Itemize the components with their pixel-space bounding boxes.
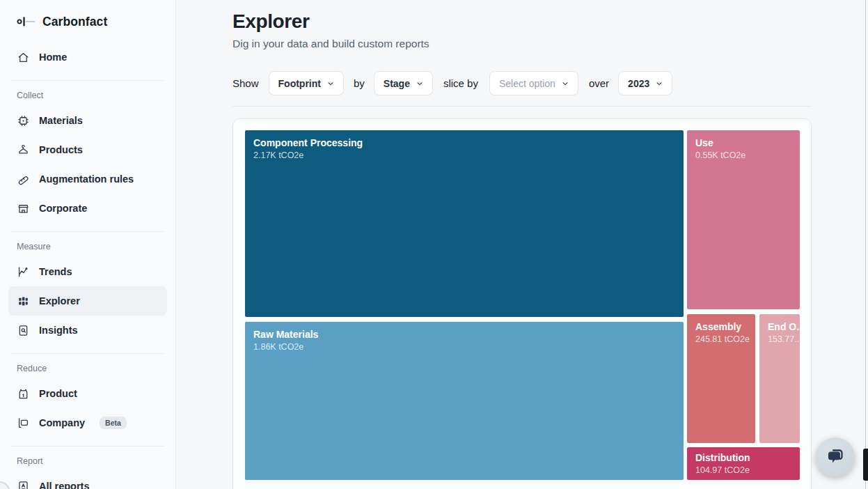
treemap-cell-value: 153.77... xyxy=(768,334,791,346)
materials-icon xyxy=(17,114,30,127)
brand-name: Carbonfact xyxy=(42,15,107,29)
sidebar-item-label: Trends xyxy=(39,266,72,277)
brand-logo[interactable]: Carbonfact xyxy=(0,10,175,33)
sidebar-section-label-report: Report xyxy=(0,455,175,467)
dimension-dropdown[interactable]: Stage xyxy=(374,71,433,95)
chevron-down-icon xyxy=(656,80,663,87)
section-divider xyxy=(232,106,812,107)
treemap-cell-name: Distribution xyxy=(695,451,791,464)
treemap-cell-name: Assembly xyxy=(695,320,747,333)
sidebar-divider xyxy=(11,446,164,447)
treemap-cell-end-o[interactable]: End O...153.77... xyxy=(759,314,800,443)
sidebar-item-label: Company xyxy=(39,417,85,428)
page-subtitle: Dig in your data and build custom report… xyxy=(232,37,868,50)
year-dropdown[interactable]: 2023 xyxy=(618,71,672,95)
sidebar-item-label: Home xyxy=(39,52,67,63)
treemap-cell-use[interactable]: Use0.55K tCO2e xyxy=(687,130,800,309)
edge-widget-tab[interactable] xyxy=(863,449,868,481)
page-title: Explorer xyxy=(232,11,868,32)
sidebar-item-label: All reports xyxy=(39,481,90,489)
year-dropdown-value: 2023 xyxy=(628,78,649,89)
sidebar: Carbonfact Home CollectMaterialsProducts… xyxy=(0,0,176,489)
slice-by-label: slice by xyxy=(443,77,478,89)
treemap-cell-value: 0.55K tCO2e xyxy=(695,150,791,162)
sidebar-item-explorer[interactable]: Explorer xyxy=(8,286,167,316)
sidebar-item-all-reports[interactable]: All reports xyxy=(8,472,167,489)
trends-icon xyxy=(17,265,30,279)
all-reports-icon xyxy=(17,480,30,489)
chevron-down-icon xyxy=(327,80,334,87)
carbonfact-logo-icon xyxy=(17,16,36,27)
insights-icon xyxy=(17,324,30,337)
main-content: Explorer Dig in your data and build cust… xyxy=(176,0,868,489)
metric-dropdown[interactable]: Footprint xyxy=(269,71,344,95)
sidebar-item-insights[interactable]: Insights xyxy=(8,316,167,345)
augmentation-rules-icon xyxy=(17,173,30,186)
show-label: Show xyxy=(232,77,259,89)
sidebar-section-label-collect: Collect xyxy=(0,89,175,102)
metric-dropdown-value: Footprint xyxy=(278,78,321,89)
treemap-cell-assembly[interactable]: Assembly245.81 tCO2e xyxy=(687,314,755,443)
home-icon xyxy=(17,51,30,64)
sidebar-item-products[interactable]: Products xyxy=(8,135,167,164)
filter-bar: Show Footprint by Stage slice by Select … xyxy=(232,71,868,95)
product-icon xyxy=(17,387,30,401)
treemap-cell-name: Raw Materials xyxy=(253,328,675,341)
treemap-cell-name: Use xyxy=(695,137,791,149)
products-icon xyxy=(17,143,30,157)
sidebar-section-label-reduce: Reduce xyxy=(0,362,175,375)
sidebar-item-label: Materials xyxy=(39,115,83,126)
sidebar-item-label: Augmentation rules xyxy=(39,173,134,185)
company-icon xyxy=(17,417,30,430)
sidebar-item-augmentation-rules[interactable]: Augmentation rules xyxy=(8,164,167,194)
treemap-cell-value: 245.81 tCO2e xyxy=(695,334,747,346)
treemap-cell-name: End O... xyxy=(768,320,791,333)
corporate-icon xyxy=(17,202,30,215)
sidebar-item-materials[interactable]: Materials xyxy=(8,106,167,135)
sidebar-item-home[interactable]: Home xyxy=(8,42,167,72)
slice-dropdown-placeholder: Select option xyxy=(499,78,555,89)
treemap-cell-raw-materials[interactable]: Raw Materials1.86K tCO2e xyxy=(245,322,684,480)
sidebar-divider xyxy=(11,353,164,354)
sidebar-divider xyxy=(11,80,164,81)
by-label: by xyxy=(354,77,365,89)
sidebar-item-product[interactable]: Product xyxy=(8,379,167,408)
sidebar-item-label: Products xyxy=(39,144,83,155)
sidebar-item-label: Corporate xyxy=(39,203,87,214)
slice-dropdown[interactable]: Select option xyxy=(489,71,578,95)
chevron-down-icon xyxy=(416,80,423,87)
explorer-icon xyxy=(17,295,30,308)
sidebar-item-label: Explorer xyxy=(39,295,80,306)
sidebar-item-label: Insights xyxy=(39,325,78,336)
treemap-cell-component-processing[interactable]: Component Processing2.17K tCO2e xyxy=(245,130,684,317)
sidebar-section-label-measure: Measure xyxy=(0,240,175,253)
dimension-dropdown-value: Stage xyxy=(384,78,410,89)
sidebar-item-label: Product xyxy=(39,388,77,399)
treemap-cell-distribution[interactable]: Distribution104.97 tCO2e xyxy=(687,447,800,480)
sidebar-item-trends[interactable]: Trends xyxy=(8,257,167,286)
scrollbar-gutter[interactable] xyxy=(865,0,868,489)
chat-bubbles-icon xyxy=(825,447,846,467)
sidebar-item-company[interactable]: CompanyBeta xyxy=(8,408,167,437)
sidebar-item-corporate[interactable]: Corporate xyxy=(8,194,167,223)
treemap-cell-value: 104.97 tCO2e xyxy=(695,465,791,476)
treemap-cell-name: Component Processing xyxy=(253,137,675,149)
treemap-card: Component Processing2.17K tCO2eRaw Mater… xyxy=(232,118,812,489)
beta-badge: Beta xyxy=(100,417,127,429)
sidebar-divider xyxy=(11,231,164,232)
over-label: over xyxy=(589,77,609,89)
chevron-down-icon xyxy=(562,80,569,87)
treemap-cell-value: 2.17K tCO2e xyxy=(253,150,675,162)
chat-launcher-button[interactable] xyxy=(816,437,855,476)
treemap-cell-value: 1.86K tCO2e xyxy=(253,341,675,353)
